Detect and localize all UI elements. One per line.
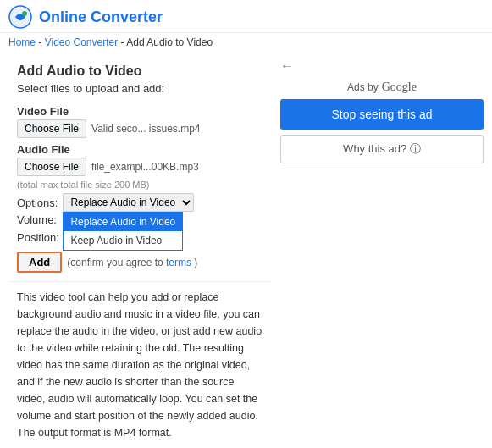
audio-choose-file-button[interactable]: Choose File bbox=[17, 158, 86, 176]
site-header: Online Converter bbox=[0, 0, 492, 33]
options-row: Options: Replace Audio in Video Keep Aud… bbox=[17, 193, 263, 212]
ad-panel: ← Ads by Google Stop seeing this ad Why … bbox=[280, 58, 484, 448]
why-this-ad-button[interactable]: Why this ad? ⓘ bbox=[280, 135, 484, 163]
confirm-close: ) bbox=[194, 257, 197, 268]
volume-label: Volume: bbox=[17, 213, 57, 226]
form-section: Video File Choose File Valid seco... iss… bbox=[8, 105, 272, 273]
stop-seeing-ad-button[interactable]: Stop seeing this ad bbox=[280, 99, 484, 130]
breadcrumb: Home - Video Converter - Add Audio to Vi… bbox=[0, 33, 492, 52]
audio-file-row: Choose File file_exampl...00KB.mp3 bbox=[17, 158, 263, 176]
breadcrumb-video-converter[interactable]: Video Converter bbox=[45, 36, 119, 48]
dropdown-item-keep[interactable]: Keep Audio in Video bbox=[64, 231, 182, 250]
subtitle: Select files to upload and add: bbox=[8, 82, 272, 100]
ad-label-brand: Google bbox=[382, 80, 417, 94]
breadcrumb-home[interactable]: Home bbox=[8, 36, 36, 48]
dropdown-item-replace[interactable]: Replace Audio in Video bbox=[64, 213, 182, 231]
main-layout: Add Audio to Video Select files to uploa… bbox=[0, 52, 492, 448]
site-title: Online Converter bbox=[39, 8, 163, 26]
options-select[interactable]: Replace Audio in Video Keep Audio in Vid… bbox=[63, 193, 194, 212]
video-file-label: Video File bbox=[17, 105, 263, 118]
confirm-text: (confirm you agree to terms ) bbox=[67, 257, 197, 268]
position-label: Position: bbox=[17, 231, 59, 244]
site-logo-icon bbox=[8, 5, 32, 29]
audio-file-label: Audio File bbox=[17, 143, 263, 156]
description: This video tool can help you add or repl… bbox=[8, 281, 272, 448]
breadcrumb-current: Add Audio to Video bbox=[126, 36, 213, 48]
video-choose-file-button[interactable]: Choose File bbox=[17, 119, 86, 138]
terms-link[interactable]: terms bbox=[166, 257, 191, 268]
video-file-row: Choose File Valid seco... issues.mp4 bbox=[17, 119, 263, 138]
options-dropdown-container: Replace Audio in Video Keep Audio in Vid… bbox=[63, 193, 194, 212]
video-file-info: Valid seco... issues.mp4 bbox=[91, 123, 201, 135]
max-size-note: (total max total file size 200 MB) bbox=[17, 180, 263, 190]
confirm-prefix: (confirm you agree to bbox=[67, 257, 163, 268]
audio-file-info: file_exampl...00KB.mp3 bbox=[91, 161, 199, 173]
back-arrow[interactable]: ← bbox=[280, 58, 484, 74]
page-title: Add Audio to Video bbox=[8, 58, 272, 82]
ad-label-prefix: Ads by bbox=[347, 81, 379, 93]
add-button[interactable]: Add bbox=[17, 252, 62, 273]
options-label: Options: bbox=[17, 196, 58, 209]
breadcrumb-sep1: - bbox=[36, 36, 45, 48]
add-row: Add (confirm you agree to terms ) bbox=[17, 252, 263, 273]
breadcrumb-sep2: - bbox=[118, 36, 126, 48]
ad-label: Ads by Google bbox=[280, 77, 484, 99]
main-content: Add Audio to Video Select files to uploa… bbox=[8, 58, 272, 448]
options-dropdown-menu: Replace Audio in Video Keep Audio in Vid… bbox=[63, 212, 183, 251]
